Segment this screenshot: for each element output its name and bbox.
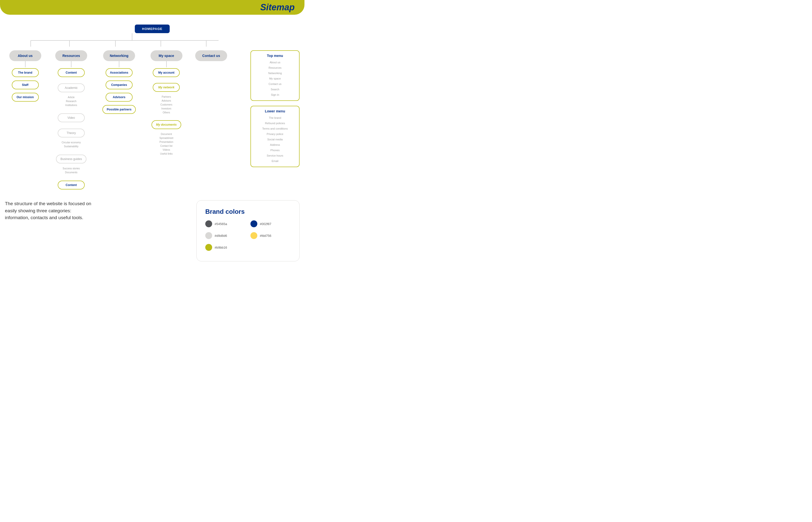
lower-menu-title: Lower menu (255, 109, 295, 113)
category-my-space: My space (151, 50, 182, 61)
homepage-node: HOMEPAGE (135, 24, 170, 33)
swatch-light-gray (205, 232, 212, 239)
node-business-guides: Business guides (56, 155, 86, 163)
contact-us-column: Contact us (192, 50, 231, 61)
category-about-us: About us (9, 50, 41, 61)
colors-grid: #54565a #002f87 #d9d8d6 #f (205, 220, 291, 254)
color-label-yellow: #fdd756 (260, 234, 271, 238)
page-title: Sitemap (260, 2, 295, 13)
category-networking: Networking (103, 50, 135, 61)
color-row-dark-gray: #54565a (205, 220, 245, 227)
node-associations: Associations (105, 68, 133, 77)
description-text: The structure of the website is focused … (5, 200, 93, 221)
node-my-documents: My documents (152, 120, 181, 129)
brand-colors-box: Brand colors #54565a #002f87 (196, 200, 300, 261)
node-possible-partners: Possible partners (102, 105, 136, 114)
swatch-dark-blue (251, 220, 257, 227)
node-companies: Companies (105, 80, 133, 89)
right-panel: Top menu About usResourcesNetworkingMy s… (251, 50, 300, 172)
node-content-bottom: Content (58, 181, 85, 189)
swatch-yellow (251, 232, 257, 239)
node-the-brand: The brand (12, 68, 39, 77)
color-label-dark-blue: #002f87 (260, 222, 271, 226)
node-staff: Staff (12, 80, 39, 89)
node-academic: Academic (58, 83, 85, 92)
my-network-sub: PartnersAdvisorsCustomersInvestorsOthers (160, 95, 172, 115)
business-sub: Success storiesDocuments (63, 167, 80, 175)
networking-column: Networking Associations Companies Adviso… (97, 50, 141, 115)
node-theory: Theory (58, 128, 85, 137)
swatch-olive (205, 244, 212, 251)
color-row-light-gray: #d9d8d6 (205, 232, 245, 239)
resources-column: Resources Content Academic ArticleResear… (45, 50, 97, 190)
my-documents-sub: DocumentSpreadsheetPresentationContact l… (159, 132, 173, 156)
node-our-mission: Our mission (12, 93, 39, 102)
node-my-network: My network (153, 83, 180, 92)
color-row-dark-blue: #002f87 (251, 220, 291, 227)
academic-sub: ArticleResearchInstitutions (65, 96, 77, 107)
node-content-top: Content (58, 68, 85, 77)
color-row-olive: #b9bb16 (205, 244, 245, 251)
about-us-column: About us The brand Staff Our mission (5, 50, 45, 103)
top-menu-title: Top menu (255, 54, 295, 58)
color-row-yellow: #fdd756 (251, 232, 291, 239)
node-my-account: My account (153, 68, 180, 77)
lower-menu-items: The brandRefound policiesTerms and condi… (255, 115, 295, 164)
header-bar: Sitemap (0, 0, 304, 15)
my-space-column: My space My account My network PartnersA… (141, 50, 192, 157)
node-advisors: Advisors (105, 93, 133, 102)
color-label-light-gray: #d9d8d6 (215, 234, 227, 238)
category-contact-us: Contact us (195, 50, 227, 61)
color-label-olive: #b9bb16 (215, 246, 227, 249)
node-video: Video (58, 113, 85, 122)
lower-menu-box: Lower menu The brandRefound policiesTerm… (251, 106, 300, 167)
homepage-section: HOMEPAGE (5, 22, 300, 33)
color-label-dark-gray: #54565a (215, 222, 227, 226)
top-menu-box: Top menu About usResourcesNetworkingMy s… (251, 50, 300, 101)
bottom-section: The structure of the website is focused … (5, 200, 300, 261)
brand-colors-title: Brand colors (205, 208, 291, 216)
top-menu-items: About usResourcesNetworkingMy spaceConta… (255, 60, 295, 97)
theory-sub: Circular economySustainability (62, 141, 81, 148)
swatch-dark-gray (205, 220, 212, 227)
category-resources: Resources (55, 50, 87, 61)
